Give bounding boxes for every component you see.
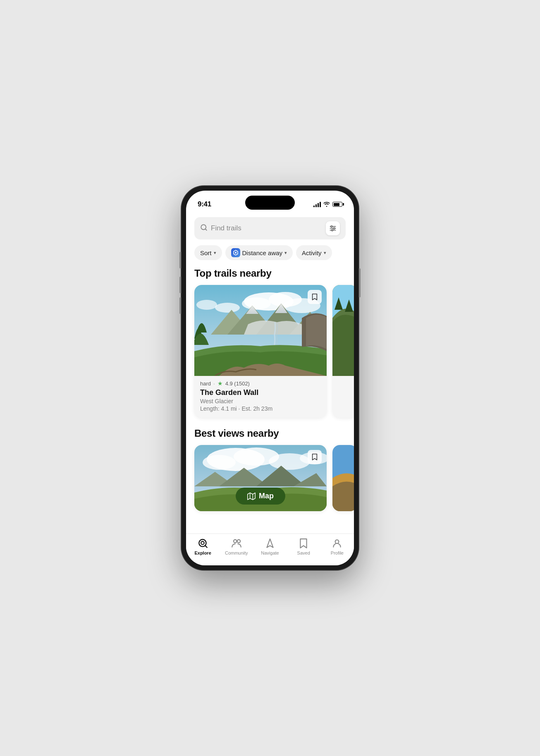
difficulty-label: hard bbox=[200, 380, 211, 387]
top-trails-cards: hard · ★ 4.9 (1502) The Garden Wall West… bbox=[186, 285, 354, 426]
svg-point-41 bbox=[234, 540, 237, 543]
svg-point-15 bbox=[196, 300, 217, 310]
best-views-cards: Map bbox=[186, 445, 354, 519]
explore-icon bbox=[198, 538, 208, 549]
map-icon bbox=[247, 492, 256, 500]
sort-label: Sort bbox=[200, 249, 212, 256]
activity-label: Activity bbox=[302, 249, 322, 256]
dynamic-island bbox=[245, 196, 295, 210]
phone-screen: 9:41 bbox=[186, 191, 354, 565]
activity-chip[interactable]: Activity ▾ bbox=[296, 245, 332, 260]
nav-item-community[interactable]: Community bbox=[220, 538, 253, 555]
svg-marker-43 bbox=[267, 539, 273, 548]
partial-card-image bbox=[332, 285, 354, 376]
sort-arrow: ▾ bbox=[214, 250, 216, 256]
nav-item-profile[interactable]: Profile bbox=[320, 538, 354, 555]
trail-location: West Glacier bbox=[200, 398, 321, 404]
search-icon bbox=[200, 224, 208, 233]
map-button[interactable]: Map bbox=[236, 488, 285, 505]
nav-label-community: Community bbox=[225, 550, 248, 555]
distance-arrow: ▾ bbox=[284, 250, 287, 256]
trail-card-image bbox=[194, 285, 327, 376]
trail-card-partial[interactable] bbox=[332, 285, 354, 418]
best-views-card-1[interactable]: Map bbox=[194, 445, 327, 511]
navigate-icon bbox=[265, 538, 275, 549]
trail-card-garden-wall[interactable]: hard · ★ 4.9 (1502) The Garden Wall West… bbox=[194, 285, 327, 418]
filter-button[interactable] bbox=[326, 221, 340, 235]
nav-label-profile: Profile bbox=[331, 550, 344, 555]
sort-chip[interactable]: Sort ▾ bbox=[194, 245, 222, 260]
card-meta: hard · ★ 4.9 (1502) bbox=[200, 380, 321, 387]
activity-arrow: ▾ bbox=[324, 250, 326, 256]
distance-chip[interactable]: Distance away ▾ bbox=[225, 245, 293, 260]
status-icons bbox=[313, 201, 342, 207]
nav-item-navigate[interactable]: Navigate bbox=[253, 538, 287, 555]
community-icon bbox=[231, 538, 242, 549]
best-views-image: Map bbox=[194, 445, 327, 511]
bottom-nav: Explore Community Navigate bbox=[186, 534, 354, 565]
svg-line-40 bbox=[205, 545, 207, 548]
bookmark-button-views[interactable] bbox=[308, 450, 322, 464]
search-placeholder: Find trails bbox=[211, 224, 323, 232]
svg-point-6 bbox=[332, 230, 333, 231]
distance-label: Distance away bbox=[242, 249, 283, 256]
filter-chips: Sort ▾ Distance away ▾ Activity ▾ bbox=[186, 244, 354, 266]
search-container: Find trails bbox=[186, 212, 354, 244]
trail-length: Length: 4.1 mi · Est. 2h 23m bbox=[200, 405, 321, 412]
map-label: Map bbox=[259, 492, 274, 500]
partial-views-image bbox=[332, 445, 354, 511]
svg-point-8 bbox=[235, 252, 237, 254]
trail-name: The Garden Wall bbox=[200, 388, 321, 397]
bookmark-icon bbox=[311, 293, 318, 301]
nav-label-explore: Explore bbox=[194, 550, 211, 555]
search-bar[interactable]: Find trails bbox=[194, 217, 346, 239]
svg-marker-34 bbox=[248, 493, 255, 500]
bookmark-button-1[interactable] bbox=[308, 290, 322, 304]
dot-separator: · bbox=[213, 380, 215, 387]
status-bar: 9:41 bbox=[186, 191, 354, 212]
star-icon: ★ bbox=[217, 380, 223, 387]
main-content: Find trails bbox=[186, 212, 354, 534]
battery-icon bbox=[332, 202, 342, 207]
svg-point-12 bbox=[242, 297, 271, 310]
saved-icon bbox=[298, 538, 309, 549]
svg-point-4 bbox=[331, 226, 332, 227]
svg-point-44 bbox=[335, 540, 339, 543]
bookmark-icon-views bbox=[311, 453, 318, 461]
nav-label-navigate: Navigate bbox=[261, 550, 279, 555]
nav-label-saved: Saved bbox=[297, 550, 310, 555]
rating-value: 4.9 (1502) bbox=[225, 380, 250, 387]
signal-icon bbox=[313, 201, 321, 207]
svg-point-39 bbox=[201, 541, 204, 545]
phone-frame: 9:41 bbox=[181, 186, 359, 570]
wifi-icon bbox=[323, 202, 330, 207]
distance-icon bbox=[231, 248, 240, 257]
best-views-title: Best views nearby bbox=[186, 426, 354, 445]
nav-item-saved[interactable]: Saved bbox=[287, 538, 320, 555]
svg-point-42 bbox=[237, 540, 240, 543]
status-time: 9:41 bbox=[198, 200, 211, 208]
top-trails-title: Top trails nearby bbox=[186, 266, 354, 285]
svg-point-5 bbox=[333, 227, 335, 229]
best-views-card-partial[interactable] bbox=[332, 445, 354, 511]
trail-card-info: hard · ★ 4.9 (1502) The Garden Wall West… bbox=[194, 376, 327, 418]
profile-icon bbox=[332, 538, 342, 549]
sliders-icon bbox=[329, 225, 337, 232]
svg-point-14 bbox=[215, 303, 240, 313]
svg-point-27 bbox=[203, 455, 236, 470]
nav-item-explore[interactable]: Explore bbox=[186, 538, 220, 555]
